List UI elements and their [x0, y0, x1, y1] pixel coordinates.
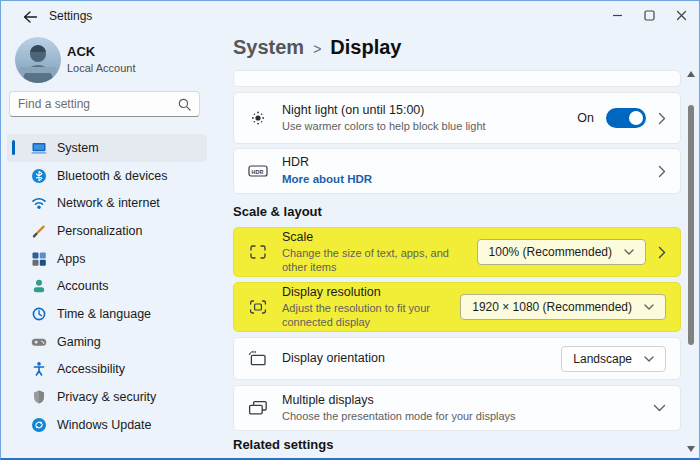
display-resolution-icon [248, 298, 268, 316]
titlebar: Settings [1, 1, 699, 31]
back-arrow-icon [22, 10, 38, 24]
accounts-icon [31, 278, 47, 294]
minimize-button[interactable] [601, 1, 633, 29]
close-icon [676, 10, 687, 21]
display-resolution-dropdown[interactable]: 1920 × 1080 (Recommended) [460, 294, 666, 320]
scrollbar[interactable] [686, 69, 696, 454]
chevron-down-icon [644, 304, 654, 310]
sidebar-item-personalization[interactable]: Personalization [7, 217, 207, 245]
section-scale-layout: Scale & layout [233, 204, 322, 219]
settings-window: Settings ACK Local Account [0, 0, 700, 460]
breadcrumb-root[interactable]: System [233, 36, 304, 59]
minimize-icon [612, 10, 623, 21]
sidebar-item-label: Personalization [57, 224, 142, 238]
sidebar-item-label: Accounts [57, 279, 108, 293]
display-orientation-icon [248, 350, 268, 368]
sidebar-item-label: Accessibility [57, 362, 125, 376]
hdr-more-link[interactable]: More about HDR [282, 171, 658, 188]
night-light-toggle-label: On [577, 111, 594, 125]
search-box[interactable] [9, 91, 200, 117]
sidebar-item-label: System [57, 141, 99, 155]
display-resolution-title: Display resolution [282, 284, 460, 301]
sidebar-item-accounts[interactable]: Accounts [7, 272, 207, 300]
scale-dropdown[interactable]: 100% (Recommended) [477, 239, 646, 265]
chevron-down-icon [644, 356, 654, 362]
chevron-right-icon [658, 246, 666, 259]
gaming-icon [31, 334, 47, 350]
back-button[interactable] [19, 8, 41, 26]
sidebar-item-label: Gaming [57, 335, 101, 349]
scale-icon [248, 243, 268, 261]
display-resolution-subtitle: Adjust the resolution to fit your connec… [282, 301, 460, 331]
scale-dropdown-value: 100% (Recommended) [489, 245, 612, 259]
hdr-title: HDR [282, 154, 658, 171]
display-resolution-dropdown-value: 1920 × 1080 (Recommended) [472, 300, 632, 314]
user-name: ACK [67, 44, 95, 59]
system-icon [31, 140, 47, 156]
main-content: System > Display Night light (on until 1… [213, 31, 699, 458]
scale-subtitle: Change the size of text, apps, and other… [282, 246, 477, 276]
multiple-displays-subtitle: Choose the presentation mode for your di… [282, 409, 653, 424]
svg-text:HDR: HDR [252, 169, 264, 175]
sidebar-item-time-language[interactable]: Time & language [7, 300, 207, 328]
maximize-icon [644, 10, 655, 21]
multiple-displays-row[interactable]: Multiple displays Choose the presentatio… [233, 385, 681, 431]
user-account-type: Local Account [67, 62, 136, 74]
sidebar-nav: System Bluetooth & devices Network & int… [7, 134, 207, 439]
privacy-icon [31, 389, 47, 405]
windows-update-icon [31, 417, 47, 433]
apps-icon [31, 251, 47, 267]
sidebar-item-label: Network & internet [57, 196, 160, 210]
night-light-row[interactable]: Night light (on until 15:00) Use warmer … [233, 92, 681, 144]
close-button[interactable] [665, 1, 697, 29]
sidebar-item-bluetooth-devices[interactable]: Bluetooth & devices [7, 162, 207, 190]
sidebar-item-apps[interactable]: Apps [7, 245, 207, 273]
search-icon [178, 98, 191, 111]
breadcrumb: System > Display [233, 36, 402, 59]
network-icon [31, 195, 47, 211]
sidebar-item-label: Bluetooth & devices [57, 169, 168, 183]
sidebar-item-accessibility[interactable]: Accessibility [7, 356, 207, 384]
chevron-right-icon [658, 165, 666, 178]
sidebar-item-network-internet[interactable]: Network & internet [7, 189, 207, 217]
multiple-displays-icon [248, 399, 268, 417]
sidebar-item-label: Privacy & security [57, 390, 156, 404]
partial-row[interactable] [233, 70, 681, 87]
hdr-icon: HDR [248, 162, 268, 180]
night-light-subtitle: Use warmer colors to help block blue lig… [282, 119, 577, 134]
bluetooth-icon [31, 168, 47, 184]
scroll-up-arrow-icon[interactable] [687, 71, 695, 77]
section-related-settings: Related settings [233, 437, 333, 452]
accessibility-icon [31, 361, 47, 377]
night-light-toggle[interactable] [606, 108, 646, 128]
multiple-displays-title: Multiple displays [282, 392, 653, 409]
sidebar-item-label: Windows Update [57, 418, 152, 432]
personalization-icon [31, 223, 47, 239]
chevron-down-icon [653, 404, 666, 412]
chevron-down-icon [624, 249, 634, 255]
display-orientation-dropdown-value: Landscape [573, 352, 632, 366]
window-title: Settings [49, 9, 92, 23]
scale-title: Scale [282, 229, 477, 246]
scroll-down-arrow-icon[interactable] [687, 446, 695, 452]
time-language-icon [31, 306, 47, 322]
page-title: Display [330, 36, 401, 59]
maximize-button[interactable] [633, 1, 665, 29]
hdr-row[interactable]: HDR HDR More about HDR [233, 148, 681, 194]
breadcrumb-separator-icon: > [313, 41, 321, 57]
sidebar-item-label: Time & language [57, 307, 151, 321]
sidebar-item-windows-update[interactable]: Windows Update [7, 411, 207, 439]
display-resolution-row[interactable]: Display resolution Adjust the resolution… [233, 282, 681, 332]
sidebar-item-gaming[interactable]: Gaming [7, 328, 207, 356]
scrollbar-thumb[interactable] [688, 105, 694, 345]
avatar[interactable] [15, 37, 61, 83]
sidebar-item-privacy-security[interactable]: Privacy & security [7, 383, 207, 411]
search-input[interactable] [18, 97, 178, 111]
display-orientation-dropdown[interactable]: Landscape [561, 346, 666, 372]
display-orientation-row[interactable]: Display orientation Landscape [233, 337, 681, 380]
night-light-icon [248, 109, 268, 127]
sidebar-item-label: Apps [57, 252, 86, 266]
scale-row[interactable]: Scale Change the size of text, apps, and… [233, 227, 681, 277]
sidebar-item-system[interactable]: System [7, 134, 207, 162]
display-orientation-title: Display orientation [282, 350, 561, 367]
